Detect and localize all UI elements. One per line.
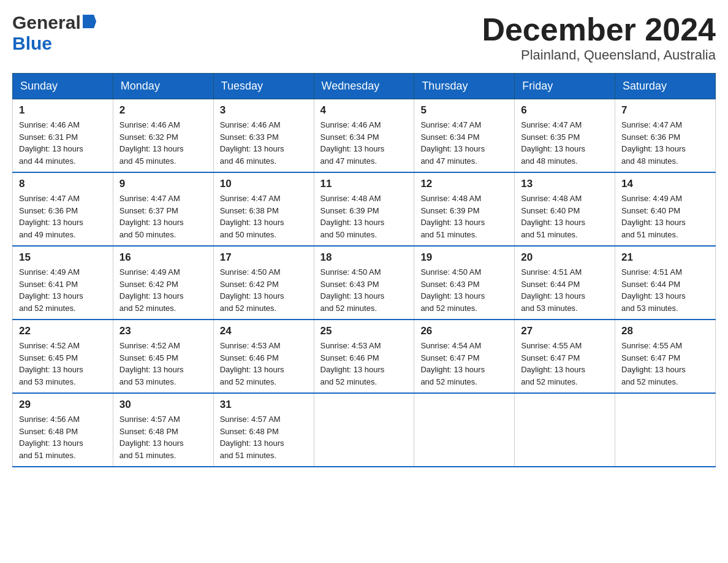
day-info: Sunrise: 4:50 AM Sunset: 6:42 PM Dayligh…: [220, 266, 308, 314]
day-info: Sunrise: 4:56 AM Sunset: 6:48 PM Dayligh…: [19, 413, 107, 461]
day-number: 1: [19, 104, 107, 117]
week-row-5: 29 Sunrise: 4:56 AM Sunset: 6:48 PM Dayl…: [13, 393, 716, 467]
day-number: 19: [420, 251, 508, 264]
header-saturday: Saturday: [615, 74, 716, 99]
day-number: 21: [621, 251, 709, 264]
day-info: Sunrise: 4:55 AM Sunset: 6:47 PM Dayligh…: [621, 340, 709, 388]
header-monday: Monday: [113, 74, 213, 99]
calendar-cell: 9 Sunrise: 4:47 AM Sunset: 6:37 PM Dayli…: [113, 172, 213, 246]
calendar-cell: 6 Sunrise: 4:47 AM Sunset: 6:35 PM Dayli…: [515, 99, 615, 173]
header-wednesday: Wednesday: [314, 74, 414, 99]
calendar-cell: 16 Sunrise: 4:49 AM Sunset: 6:42 PM Dayl…: [113, 246, 213, 320]
calendar-cell: 17 Sunrise: 4:50 AM Sunset: 6:42 PM Dayl…: [213, 246, 314, 320]
logo-blue-text: Blue: [12, 33, 52, 54]
day-info: Sunrise: 4:51 AM Sunset: 6:44 PM Dayligh…: [521, 266, 609, 314]
day-number: 6: [521, 104, 609, 117]
day-number: 27: [521, 325, 609, 337]
calendar-cell: 10 Sunrise: 4:47 AM Sunset: 6:38 PM Dayl…: [213, 172, 314, 246]
day-info: Sunrise: 4:50 AM Sunset: 6:43 PM Dayligh…: [420, 266, 508, 314]
day-number: 24: [220, 325, 308, 337]
day-number: 10: [220, 178, 308, 190]
calendar-cell: 25 Sunrise: 4:53 AM Sunset: 6:46 PM Dayl…: [314, 320, 414, 393]
day-number: 15: [19, 251, 107, 264]
header-friday: Friday: [515, 74, 615, 99]
calendar-cell: 14 Sunrise: 4:49 AM Sunset: 6:40 PM Dayl…: [615, 172, 716, 246]
day-info: Sunrise: 4:54 AM Sunset: 6:47 PM Dayligh…: [420, 340, 508, 388]
day-number: 11: [320, 178, 408, 190]
day-info: Sunrise: 4:48 AM Sunset: 6:39 PM Dayligh…: [320, 193, 408, 240]
day-number: 3: [220, 104, 308, 117]
day-info: Sunrise: 4:47 AM Sunset: 6:36 PM Dayligh…: [19, 193, 107, 240]
calendar-cell: [314, 393, 414, 467]
day-number: 25: [320, 325, 408, 337]
header-tuesday: Tuesday: [213, 74, 314, 99]
day-info: Sunrise: 4:48 AM Sunset: 6:40 PM Dayligh…: [521, 193, 609, 240]
day-info: Sunrise: 4:46 AM Sunset: 6:32 PM Dayligh…: [119, 119, 207, 167]
calendar-cell: 1 Sunrise: 4:46 AM Sunset: 6:31 PM Dayli…: [13, 99, 113, 173]
svg-marker-1: [91, 15, 96, 28]
day-number: 17: [220, 251, 308, 264]
day-info: Sunrise: 4:46 AM Sunset: 6:31 PM Dayligh…: [19, 119, 107, 167]
calendar-cell: 2 Sunrise: 4:46 AM Sunset: 6:32 PM Dayli…: [113, 99, 213, 173]
day-number: 5: [420, 104, 508, 117]
day-info: Sunrise: 4:53 AM Sunset: 6:46 PM Dayligh…: [320, 340, 408, 388]
week-row-1: 1 Sunrise: 4:46 AM Sunset: 6:31 PM Dayli…: [13, 99, 716, 173]
week-row-4: 22 Sunrise: 4:52 AM Sunset: 6:45 PM Dayl…: [13, 320, 716, 393]
calendar-cell: 24 Sunrise: 4:53 AM Sunset: 6:46 PM Dayl…: [213, 320, 314, 393]
day-info: Sunrise: 4:51 AM Sunset: 6:44 PM Dayligh…: [621, 266, 709, 314]
day-number: 22: [19, 325, 107, 337]
day-number: 12: [420, 178, 508, 190]
logo-general-text: General: [12, 12, 81, 33]
day-info: Sunrise: 4:49 AM Sunset: 6:41 PM Dayligh…: [19, 266, 107, 314]
day-number: 2: [119, 104, 207, 117]
logo: General Blue: [12, 12, 96, 54]
calendar-cell: 7 Sunrise: 4:47 AM Sunset: 6:36 PM Dayli…: [615, 99, 716, 173]
day-info: Sunrise: 4:47 AM Sunset: 6:36 PM Dayligh…: [621, 119, 709, 167]
week-row-3: 15 Sunrise: 4:49 AM Sunset: 6:41 PM Dayl…: [13, 246, 716, 320]
calendar-cell: 4 Sunrise: 4:46 AM Sunset: 6:34 PM Dayli…: [314, 99, 414, 173]
day-number: 14: [621, 178, 709, 190]
day-info: Sunrise: 4:46 AM Sunset: 6:33 PM Dayligh…: [220, 119, 308, 167]
day-info: Sunrise: 4:48 AM Sunset: 6:39 PM Dayligh…: [420, 193, 508, 240]
calendar-cell: [615, 393, 716, 467]
calendar-cell: 29 Sunrise: 4:56 AM Sunset: 6:48 PM Dayl…: [13, 393, 113, 467]
calendar-cell: 31 Sunrise: 4:57 AM Sunset: 6:48 PM Dayl…: [213, 393, 314, 467]
week-row-2: 8 Sunrise: 4:47 AM Sunset: 6:36 PM Dayli…: [13, 172, 716, 246]
day-number: 16: [119, 251, 207, 264]
day-number: 28: [621, 325, 709, 337]
day-number: 29: [19, 399, 107, 411]
calendar-cell: 8 Sunrise: 4:47 AM Sunset: 6:36 PM Dayli…: [13, 172, 113, 246]
day-info: Sunrise: 4:57 AM Sunset: 6:48 PM Dayligh…: [119, 413, 207, 461]
calendar-cell: 28 Sunrise: 4:55 AM Sunset: 6:47 PM Dayl…: [615, 320, 716, 393]
header-thursday: Thursday: [414, 74, 515, 99]
month-title: December 2024: [482, 12, 716, 47]
calendar-cell: 5 Sunrise: 4:47 AM Sunset: 6:34 PM Dayli…: [414, 99, 515, 173]
calendar-cell: 13 Sunrise: 4:48 AM Sunset: 6:40 PM Dayl…: [515, 172, 615, 246]
day-number: 7: [621, 104, 709, 117]
calendar-cell: 21 Sunrise: 4:51 AM Sunset: 6:44 PM Dayl…: [615, 246, 716, 320]
calendar-cell: 19 Sunrise: 4:50 AM Sunset: 6:43 PM Dayl…: [414, 246, 515, 320]
header-sunday: Sunday: [13, 74, 113, 99]
location-title: Plainland, Queensland, Australia: [482, 47, 716, 63]
title-section: December 2024 Plainland, Queensland, Aus…: [482, 12, 716, 63]
day-info: Sunrise: 4:47 AM Sunset: 6:35 PM Dayligh…: [521, 119, 609, 167]
day-info: Sunrise: 4:55 AM Sunset: 6:47 PM Dayligh…: [521, 340, 609, 388]
day-info: Sunrise: 4:57 AM Sunset: 6:48 PM Dayligh…: [220, 413, 308, 461]
calendar-cell: [515, 393, 615, 467]
calendar-table: SundayMondayTuesdayWednesdayThursdayFrid…: [12, 73, 716, 467]
day-info: Sunrise: 4:46 AM Sunset: 6:34 PM Dayligh…: [320, 119, 408, 167]
calendar-cell: 12 Sunrise: 4:48 AM Sunset: 6:39 PM Dayl…: [414, 172, 515, 246]
calendar-cell: 26 Sunrise: 4:54 AM Sunset: 6:47 PM Dayl…: [414, 320, 515, 393]
calendar-cell: 20 Sunrise: 4:51 AM Sunset: 6:44 PM Dayl…: [515, 246, 615, 320]
logo-flag-icon: [83, 15, 96, 31]
calendar-header-row: SundayMondayTuesdayWednesdayThursdayFrid…: [13, 74, 716, 99]
calendar-cell: 3 Sunrise: 4:46 AM Sunset: 6:33 PM Dayli…: [213, 99, 314, 173]
calendar-cell: [414, 393, 515, 467]
calendar-cell: 15 Sunrise: 4:49 AM Sunset: 6:41 PM Dayl…: [13, 246, 113, 320]
calendar-cell: 30 Sunrise: 4:57 AM Sunset: 6:48 PM Dayl…: [113, 393, 213, 467]
day-info: Sunrise: 4:47 AM Sunset: 6:37 PM Dayligh…: [119, 193, 207, 240]
day-number: 20: [521, 251, 609, 264]
day-number: 13: [521, 178, 609, 190]
day-number: 26: [420, 325, 508, 337]
day-info: Sunrise: 4:50 AM Sunset: 6:43 PM Dayligh…: [320, 266, 408, 314]
